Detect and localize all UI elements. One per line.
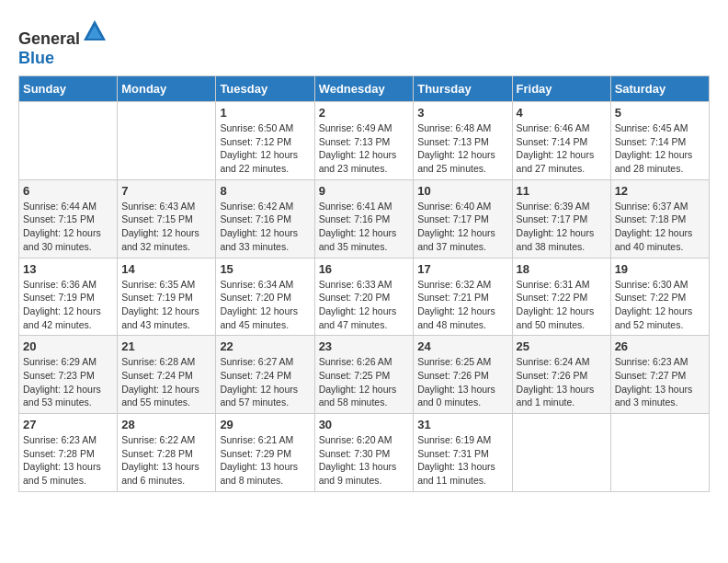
- day-info: Sunrise: 6:19 AM Sunset: 7:31 PM Dayligh…: [417, 433, 507, 488]
- day-info: Sunrise: 6:50 AM Sunset: 7:12 PM Dayligh…: [220, 121, 310, 176]
- calendar-cell: 13Sunrise: 6:36 AM Sunset: 7:19 PM Dayli…: [19, 258, 118, 336]
- calendar-cell: 15Sunrise: 6:34 AM Sunset: 7:20 PM Dayli…: [216, 258, 314, 336]
- day-number: 9: [319, 184, 410, 198]
- calendar-cell: 22Sunrise: 6:27 AM Sunset: 7:24 PM Dayli…: [216, 336, 314, 414]
- day-number: 3: [417, 106, 507, 120]
- day-number: 26: [615, 339, 705, 353]
- day-number: 31: [417, 418, 507, 431]
- calendar-cell: 12Sunrise: 6:37 AM Sunset: 7:18 PM Dayli…: [610, 179, 709, 258]
- header-monday: Monday: [118, 76, 216, 102]
- logo-icon: [82, 18, 108, 44]
- calendar-cell: 30Sunrise: 6:20 AM Sunset: 7:30 PM Dayli…: [314, 414, 414, 492]
- day-info: Sunrise: 6:26 AM Sunset: 7:25 PM Dayligh…: [319, 355, 410, 409]
- day-number: 15: [220, 262, 310, 276]
- calendar-cell: 16Sunrise: 6:33 AM Sunset: 7:20 PM Dayli…: [314, 258, 414, 336]
- calendar-cell: 17Sunrise: 6:32 AM Sunset: 7:21 PM Dayli…: [414, 258, 512, 336]
- calendar-cell: 31Sunrise: 6:19 AM Sunset: 7:31 PM Dayli…: [414, 414, 512, 492]
- day-number: 8: [220, 184, 310, 198]
- day-number: 4: [517, 106, 607, 120]
- calendar-cell: 2Sunrise: 6:49 AM Sunset: 7:13 PM Daylig…: [314, 102, 414, 180]
- calendar-week-3: 13Sunrise: 6:36 AM Sunset: 7:19 PM Dayli…: [19, 258, 710, 336]
- day-info: Sunrise: 6:27 AM Sunset: 7:24 PM Dayligh…: [220, 355, 310, 409]
- day-info: Sunrise: 6:46 AM Sunset: 7:14 PM Dayligh…: [517, 121, 607, 176]
- calendar-cell: 26Sunrise: 6:23 AM Sunset: 7:27 PM Dayli…: [610, 336, 709, 414]
- day-info: Sunrise: 6:41 AM Sunset: 7:16 PM Dayligh…: [319, 200, 410, 254]
- page-header: General Blue: [18, 18, 710, 68]
- calendar-cell: 25Sunrise: 6:24 AM Sunset: 7:26 PM Dayli…: [512, 336, 610, 414]
- calendar-cell: [512, 414, 610, 492]
- calendar-cell: 29Sunrise: 6:21 AM Sunset: 7:29 PM Dayli…: [216, 414, 314, 492]
- calendar-cell: 21Sunrise: 6:28 AM Sunset: 7:24 PM Dayli…: [118, 336, 216, 414]
- header-saturday: Saturday: [610, 76, 709, 102]
- day-number: 29: [220, 418, 310, 431]
- day-number: 6: [23, 184, 113, 198]
- day-number: 28: [121, 418, 211, 431]
- logo-text: General Blue: [18, 18, 108, 68]
- day-info: Sunrise: 6:29 AM Sunset: 7:23 PM Dayligh…: [23, 355, 113, 409]
- day-info: Sunrise: 6:35 AM Sunset: 7:19 PM Dayligh…: [121, 278, 211, 332]
- calendar-cell: 10Sunrise: 6:40 AM Sunset: 7:17 PM Dayli…: [414, 179, 512, 258]
- day-number: 17: [417, 262, 507, 276]
- day-info: Sunrise: 6:24 AM Sunset: 7:26 PM Dayligh…: [517, 355, 607, 409]
- day-info: Sunrise: 6:23 AM Sunset: 7:27 PM Dayligh…: [615, 355, 705, 409]
- calendar-cell: 23Sunrise: 6:26 AM Sunset: 7:25 PM Dayli…: [314, 336, 414, 414]
- calendar-cell: 7Sunrise: 6:43 AM Sunset: 7:15 PM Daylig…: [118, 179, 216, 258]
- calendar-cell: 8Sunrise: 6:42 AM Sunset: 7:16 PM Daylig…: [216, 179, 314, 258]
- day-number: 27: [23, 418, 113, 431]
- day-info: Sunrise: 6:23 AM Sunset: 7:28 PM Dayligh…: [23, 433, 113, 488]
- calendar-cell: 6Sunrise: 6:44 AM Sunset: 7:15 PM Daylig…: [19, 179, 118, 258]
- day-number: 12: [615, 184, 705, 198]
- calendar-cell: [610, 414, 709, 492]
- calendar-cell: 28Sunrise: 6:22 AM Sunset: 7:28 PM Dayli…: [118, 414, 216, 492]
- day-info: Sunrise: 6:36 AM Sunset: 7:19 PM Dayligh…: [23, 278, 113, 332]
- day-number: 7: [121, 184, 211, 198]
- calendar-cell: 20Sunrise: 6:29 AM Sunset: 7:23 PM Dayli…: [19, 336, 118, 414]
- calendar-cell: 1Sunrise: 6:50 AM Sunset: 7:12 PM Daylig…: [216, 102, 314, 180]
- day-info: Sunrise: 6:30 AM Sunset: 7:22 PM Dayligh…: [615, 278, 705, 332]
- day-number: 23: [319, 339, 410, 353]
- calendar-cell: 11Sunrise: 6:39 AM Sunset: 7:17 PM Dayli…: [512, 179, 610, 258]
- day-info: Sunrise: 6:37 AM Sunset: 7:18 PM Dayligh…: [615, 200, 705, 254]
- day-number: 2: [319, 106, 410, 120]
- day-number: 1: [220, 106, 310, 120]
- day-info: Sunrise: 6:44 AM Sunset: 7:15 PM Dayligh…: [23, 200, 113, 254]
- day-number: 30: [319, 418, 410, 431]
- day-number: 24: [417, 339, 507, 353]
- calendar-cell: 19Sunrise: 6:30 AM Sunset: 7:22 PM Dayli…: [610, 258, 709, 336]
- day-info: Sunrise: 6:42 AM Sunset: 7:16 PM Dayligh…: [220, 200, 310, 254]
- day-info: Sunrise: 6:40 AM Sunset: 7:17 PM Dayligh…: [417, 200, 507, 254]
- day-info: Sunrise: 6:28 AM Sunset: 7:24 PM Dayligh…: [121, 355, 211, 409]
- calendar-cell: 27Sunrise: 6:23 AM Sunset: 7:28 PM Dayli…: [19, 414, 118, 492]
- logo-blue: Blue: [18, 49, 54, 67]
- day-info: Sunrise: 6:43 AM Sunset: 7:15 PM Dayligh…: [121, 200, 211, 254]
- day-info: Sunrise: 6:20 AM Sunset: 7:30 PM Dayligh…: [319, 433, 410, 488]
- calendar-cell: 3Sunrise: 6:48 AM Sunset: 7:13 PM Daylig…: [414, 102, 512, 180]
- calendar-cell: 24Sunrise: 6:25 AM Sunset: 7:26 PM Dayli…: [414, 336, 512, 414]
- day-number: 5: [615, 106, 705, 120]
- calendar-week-5: 27Sunrise: 6:23 AM Sunset: 7:28 PM Dayli…: [19, 414, 710, 492]
- calendar-cell: 18Sunrise: 6:31 AM Sunset: 7:22 PM Dayli…: [512, 258, 610, 336]
- day-number: 22: [220, 339, 310, 353]
- day-info: Sunrise: 6:45 AM Sunset: 7:14 PM Dayligh…: [615, 121, 705, 176]
- day-number: 11: [517, 184, 607, 198]
- day-number: 18: [517, 262, 607, 276]
- day-info: Sunrise: 6:22 AM Sunset: 7:28 PM Dayligh…: [121, 433, 211, 488]
- calendar-cell: 9Sunrise: 6:41 AM Sunset: 7:16 PM Daylig…: [314, 179, 414, 258]
- header-tuesday: Tuesday: [216, 76, 314, 102]
- day-number: 19: [615, 262, 705, 276]
- day-number: 14: [121, 262, 211, 276]
- day-info: Sunrise: 6:25 AM Sunset: 7:26 PM Dayligh…: [417, 355, 507, 409]
- calendar-cell: 5Sunrise: 6:45 AM Sunset: 7:14 PM Daylig…: [610, 102, 709, 180]
- day-info: Sunrise: 6:31 AM Sunset: 7:22 PM Dayligh…: [517, 278, 607, 332]
- calendar-week-4: 20Sunrise: 6:29 AM Sunset: 7:23 PM Dayli…: [19, 336, 710, 414]
- day-info: Sunrise: 6:48 AM Sunset: 7:13 PM Dayligh…: [417, 121, 507, 176]
- calendar-header-row: SundayMondayTuesdayWednesdayThursdayFrid…: [19, 76, 710, 102]
- day-number: 13: [23, 262, 113, 276]
- calendar-cell: 4Sunrise: 6:46 AM Sunset: 7:14 PM Daylig…: [512, 102, 610, 180]
- day-info: Sunrise: 6:33 AM Sunset: 7:20 PM Dayligh…: [319, 278, 410, 332]
- day-number: 21: [121, 339, 211, 353]
- calendar-cell: [19, 102, 118, 180]
- header-friday: Friday: [512, 76, 610, 102]
- calendar-cell: 14Sunrise: 6:35 AM Sunset: 7:19 PM Dayli…: [118, 258, 216, 336]
- day-number: 25: [517, 339, 607, 353]
